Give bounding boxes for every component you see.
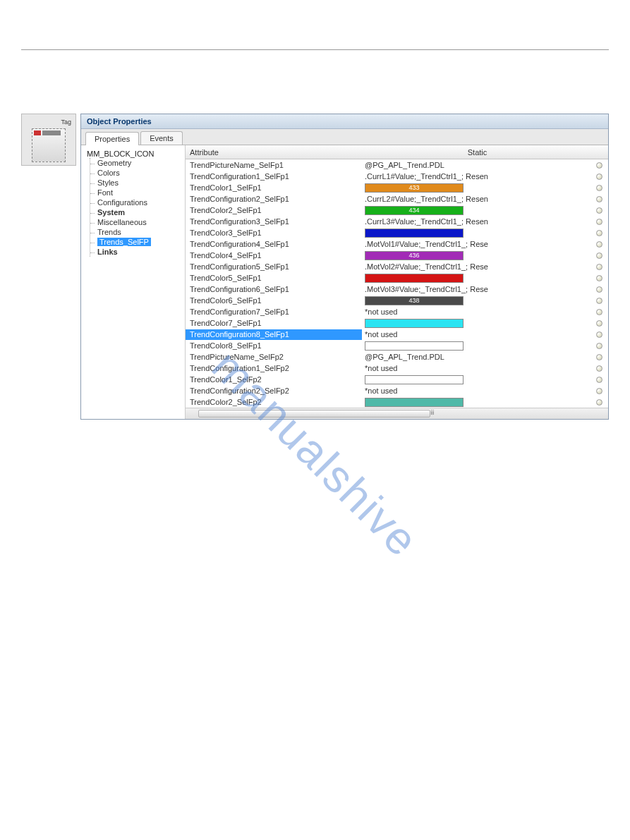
grid-row[interactable]: TrendColor4_SelFp1436	[186, 250, 608, 261]
cell-dynamic-indicator[interactable]	[591, 230, 607, 236]
grid-row[interactable]: TrendConfiguration4_SelFp1.MotVol1#Value…	[186, 238, 608, 250]
color-swatch[interactable]	[365, 229, 464, 238]
cell-attribute: TrendConfiguration7_SelFp1	[186, 307, 362, 317]
color-swatch[interactable]	[365, 274, 464, 283]
grid-row[interactable]: TrendColor2_SelFp1434	[186, 205, 608, 216]
grid-row[interactable]: TrendConfiguration5_SelFp1.MotVol2#Value…	[186, 261, 608, 272]
attribute-grid[interactable]: Attribute Static TrendPictureName_SelFp1…	[186, 145, 608, 408]
tree-item[interactable]: Configurations	[96, 197, 182, 207]
tab-events[interactable]: Events	[140, 131, 183, 145]
cell-dynamic-indicator[interactable]	[591, 377, 607, 383]
cell-static[interactable]	[362, 229, 591, 238]
grid-row[interactable]: TrendConfiguration7_SelFp1*not used	[186, 306, 608, 317]
tree-item[interactable]: Links	[96, 247, 182, 257]
cell-static[interactable]: .CurrL1#Value;_TrendCtrl1_; Resen	[362, 171, 591, 182]
cell-static[interactable]: *not used	[362, 307, 591, 317]
tree-item[interactable]: Trends	[96, 227, 182, 237]
cell-dynamic-indicator[interactable]	[591, 252, 607, 259]
cell-dynamic-indicator[interactable]	[591, 331, 607, 338]
cell-static[interactable]: 436	[362, 251, 591, 260]
tree-item-label: Trends	[97, 228, 121, 236]
tree-item[interactable]: System	[96, 207, 182, 217]
cell-dynamic-indicator[interactable]	[591, 320, 607, 327]
cell-dynamic-indicator[interactable]	[591, 207, 607, 214]
tree-item[interactable]: Trends_SelFP	[96, 237, 182, 247]
tree-item[interactable]: Miscellaneous	[96, 217, 182, 227]
cell-static[interactable]: .MotVol2#Value;_TrendCtrl1_; Rese	[362, 262, 591, 272]
grid-row[interactable]: TrendConfiguration2_SelFp1.CurrL2#Value;…	[186, 193, 608, 205]
cell-dynamic-indicator[interactable]	[591, 264, 607, 270]
cell-dynamic-indicator[interactable]	[591, 219, 607, 225]
grid-row[interactable]: TrendConfiguration1_SelFp1.CurrL1#Value;…	[186, 171, 608, 182]
cell-static[interactable]: .MotVol3#Value;_TrendCtrl1_; Rese	[362, 284, 591, 295]
tab-properties[interactable]: Properties	[85, 132, 139, 145]
color-swatch[interactable]: 434	[365, 206, 464, 215]
cell-static[interactable]	[362, 274, 591, 283]
cell-dynamic-indicator[interactable]	[591, 275, 607, 281]
cell-dynamic-indicator[interactable]	[591, 298, 607, 304]
cell-dynamic-indicator[interactable]	[591, 354, 607, 360]
grid-row[interactable]: TrendConfiguration2_SelFp2*not used	[186, 385, 608, 396]
tree-root[interactable]: MM_BLOCK_ICON	[84, 150, 182, 158]
grid-row[interactable]: TrendColor1_SelFp2	[186, 374, 608, 385]
grid-row[interactable]: TrendColor3_SelFp1	[186, 227, 608, 238]
grid-row[interactable]: TrendConfiguration8_SelFp1*not used	[186, 329, 608, 340]
grid-row[interactable]: TrendColor6_SelFp1438	[186, 295, 608, 306]
bulb-icon	[596, 219, 602, 225]
cell-dynamic-indicator[interactable]	[591, 399, 607, 406]
bulb-icon	[596, 309, 602, 315]
bulb-icon	[596, 298, 602, 304]
color-swatch[interactable]	[365, 319, 464, 328]
cell-dynamic-indicator[interactable]	[591, 365, 607, 372]
grid-row[interactable]: TrendColor1_SelFp1433	[186, 182, 608, 193]
color-swatch[interactable]: 433	[365, 183, 464, 193]
cell-static[interactable]	[362, 319, 591, 328]
property-tree[interactable]: MM_BLOCK_ICON GeometryColorsStylesFontCo…	[81, 145, 186, 419]
cell-dynamic-indicator[interactable]	[591, 286, 607, 293]
cell-dynamic-indicator[interactable]	[591, 174, 607, 180]
cell-static[interactable]: .MotVol1#Value;_TrendCtrl1_; Rese	[362, 239, 591, 250]
cell-static[interactable]	[362, 375, 591, 384]
cell-static[interactable]: .CurrL3#Value;_TrendCtrl1_; Resen	[362, 217, 591, 227]
cell-static[interactable]: *not used	[362, 386, 591, 396]
cell-static[interactable]: @PG_APL_Trend.PDL	[362, 160, 591, 171]
tree-item[interactable]: Colors	[96, 168, 182, 178]
color-swatch[interactable]: 436	[365, 251, 464, 260]
grid-row[interactable]: TrendColor7_SelFp1	[186, 317, 608, 329]
header-attribute: Attribute	[186, 148, 362, 157]
grid-row[interactable]: TrendPictureName_SelFp2@PG_APL_Trend.PDL	[186, 351, 608, 363]
color-swatch[interactable]: 438	[365, 296, 464, 305]
cell-static[interactable]: 438	[362, 296, 591, 305]
tree-item[interactable]: Font	[96, 188, 182, 197]
cell-static[interactable]: .CurrL2#Value;_TrendCtrl1_; Resen	[362, 194, 591, 205]
color-swatch[interactable]	[365, 341, 464, 351]
cell-dynamic-indicator[interactable]	[591, 162, 607, 169]
cell-static[interactable]	[362, 341, 591, 351]
grid-row[interactable]: TrendColor2_SelFp2	[186, 396, 608, 408]
grid-row[interactable]: TrendConfiguration3_SelFp1.CurrL3#Value;…	[186, 216, 608, 227]
cell-dynamic-indicator[interactable]	[591, 343, 607, 349]
cell-dynamic-indicator[interactable]	[591, 185, 607, 191]
horizontal-scrollbar[interactable]: ⅲ	[186, 408, 608, 419]
bulb-icon	[596, 377, 602, 383]
grid-row[interactable]: TrendColor8_SelFp1	[186, 340, 608, 351]
device-icon[interactable]	[32, 128, 66, 162]
cell-dynamic-indicator[interactable]	[591, 309, 607, 315]
cell-static[interactable]: *not used	[362, 363, 591, 374]
cell-static[interactable]: *not used	[362, 329, 591, 340]
cell-static[interactable]: @PG_APL_Trend.PDL	[362, 352, 591, 363]
color-swatch[interactable]	[365, 375, 464, 384]
grid-row[interactable]: TrendPictureName_SelFp1@PG_APL_Trend.PDL	[186, 159, 608, 171]
cell-static[interactable]	[362, 398, 591, 407]
cell-static[interactable]: 433	[362, 183, 591, 193]
cell-dynamic-indicator[interactable]	[591, 388, 607, 394]
grid-row[interactable]: TrendConfiguration6_SelFp1.MotVol3#Value…	[186, 284, 608, 295]
cell-dynamic-indicator[interactable]	[591, 196, 607, 202]
grid-row[interactable]: TrendConfiguration1_SelFp2*not used	[186, 363, 608, 374]
color-swatch[interactable]	[365, 398, 464, 407]
tree-item[interactable]: Geometry	[96, 158, 182, 168]
tree-item[interactable]: Styles	[96, 178, 182, 188]
cell-static[interactable]: 434	[362, 206, 591, 215]
cell-dynamic-indicator[interactable]	[591, 241, 607, 248]
grid-row[interactable]: TrendColor5_SelFp1	[186, 272, 608, 284]
